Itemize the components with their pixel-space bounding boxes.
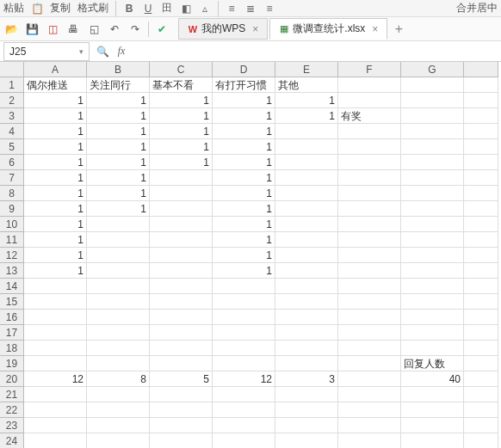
cell-A2[interactable]: 1 — [24, 93, 87, 108]
cell-D13[interactable]: 1 — [213, 263, 275, 279]
cell-partial-9[interactable] — [464, 201, 498, 217]
cell-F14[interactable] — [338, 279, 401, 294]
cell-A24[interactable] — [24, 433, 87, 448]
cell-F24[interactable] — [338, 433, 401, 448]
cell-F8[interactable] — [338, 186, 401, 201]
cell-A3[interactable]: 1 — [24, 108, 87, 124]
cell-E6[interactable] — [275, 155, 338, 170]
cell-B8[interactable]: 1 — [87, 186, 150, 201]
cell-F18[interactable] — [338, 341, 401, 356]
cell-F9[interactable] — [338, 201, 401, 217]
cell-D10[interactable]: 1 — [213, 217, 275, 232]
cell-B5[interactable]: 1 — [87, 139, 150, 155]
bold-icon[interactable]: B — [123, 3, 135, 15]
chevron-down-icon[interactable]: ▾ — [79, 47, 84, 56]
formula-input[interactable] — [131, 42, 501, 61]
col-header-F[interactable]: F — [338, 62, 401, 77]
close-icon[interactable]: × — [372, 23, 378, 35]
row-header-8[interactable]: 8 — [0, 186, 24, 201]
cell-partial-21[interactable] — [464, 387, 498, 402]
cell-G7[interactable] — [401, 170, 464, 186]
cell-B6[interactable]: 1 — [87, 155, 150, 170]
row-header-22[interactable]: 22 — [0, 402, 24, 418]
cell-G20[interactable]: 40 — [401, 371, 464, 387]
cell-partial-5[interactable] — [464, 139, 498, 155]
row-header-14[interactable]: 14 — [0, 279, 24, 294]
cells-area[interactable]: 偶尔推送关注同行基本不看有打开习惯其他1111111111有奖111111111… — [24, 77, 498, 448]
row-header-15[interactable]: 15 — [0, 294, 24, 310]
cell-partial-4[interactable] — [464, 124, 498, 139]
cell-E19[interactable] — [275, 356, 338, 371]
row-header-19[interactable]: 19 — [0, 356, 24, 371]
cell-E1[interactable]: 其他 — [275, 77, 338, 93]
save-icon[interactable]: 💾 — [24, 21, 40, 37]
cell-D17[interactable] — [213, 325, 275, 341]
cell-A12[interactable]: 1 — [24, 248, 87, 263]
row-header-3[interactable]: 3 — [0, 108, 24, 124]
row-header-16[interactable]: 16 — [0, 310, 24, 325]
cell-D7[interactable]: 1 — [213, 170, 275, 186]
cell-A21[interactable] — [24, 387, 87, 402]
merge-label[interactable]: 合并居中 — [456, 1, 498, 15]
cell-E2[interactable]: 1 — [275, 93, 338, 108]
align-right-icon[interactable]: ≡ — [263, 3, 275, 15]
cell-D23[interactable] — [213, 418, 275, 433]
check-icon[interactable]: ✔ — [154, 21, 170, 37]
cell-D3[interactable]: 1 — [213, 108, 275, 124]
cell-E14[interactable] — [275, 279, 338, 294]
cell-E9[interactable] — [275, 201, 338, 217]
cell-C16[interactable] — [150, 310, 213, 325]
cell-A18[interactable] — [24, 341, 87, 356]
cell-F5[interactable] — [338, 139, 401, 155]
cell-partial-1[interactable] — [464, 77, 498, 93]
name-box[interactable]: J25 ▾ — [3, 42, 90, 61]
cell-G3[interactable] — [401, 108, 464, 124]
row-header-2[interactable]: 2 — [0, 93, 24, 108]
cell-A8[interactable]: 1 — [24, 186, 87, 201]
cell-D16[interactable] — [213, 310, 275, 325]
cell-A15[interactable] — [24, 294, 87, 310]
cell-partial-23[interactable] — [464, 418, 498, 433]
cell-G18[interactable] — [401, 341, 464, 356]
cell-D6[interactable]: 1 — [213, 155, 275, 170]
col-header-B[interactable]: B — [87, 62, 150, 77]
undo-icon[interactable]: ↶ — [107, 21, 122, 37]
cell-G22[interactable] — [401, 402, 464, 418]
cell-E17[interactable] — [275, 325, 338, 341]
cell-F6[interactable] — [338, 155, 401, 170]
row-header-10[interactable]: 10 — [0, 217, 24, 232]
cell-G16[interactable] — [401, 310, 464, 325]
redo-icon[interactable]: ↷ — [127, 21, 143, 37]
cell-D21[interactable] — [213, 387, 275, 402]
cell-E7[interactable] — [275, 170, 338, 186]
cell-F7[interactable] — [338, 170, 401, 186]
cell-E13[interactable] — [275, 263, 338, 279]
cell-A14[interactable] — [24, 279, 87, 294]
cell-E3[interactable]: 1 — [275, 108, 338, 124]
cell-G11[interactable] — [401, 232, 464, 248]
color-icon[interactable]: ▵ — [199, 3, 211, 15]
cell-C11[interactable] — [150, 232, 213, 248]
underline-icon[interactable]: U — [142, 3, 154, 15]
align-left-icon[interactable]: ≡ — [226, 3, 238, 15]
cell-G15[interactable] — [401, 294, 464, 310]
cell-D24[interactable] — [213, 433, 275, 448]
cell-G6[interactable] — [401, 155, 464, 170]
cell-A10[interactable]: 1 — [24, 217, 87, 232]
cell-B16[interactable] — [87, 310, 150, 325]
cell-G14[interactable] — [401, 279, 464, 294]
cell-D18[interactable] — [213, 341, 275, 356]
cell-C3[interactable]: 1 — [150, 108, 213, 124]
cell-E15[interactable] — [275, 294, 338, 310]
cell-E16[interactable] — [275, 310, 338, 325]
cell-partial-3[interactable] — [464, 108, 498, 124]
cell-G8[interactable] — [401, 186, 464, 201]
cell-C5[interactable]: 1 — [150, 139, 213, 155]
row-header-11[interactable]: 11 — [0, 232, 24, 248]
cell-G13[interactable] — [401, 263, 464, 279]
cell-E11[interactable] — [275, 232, 338, 248]
cell-G10[interactable] — [401, 217, 464, 232]
cell-partial-13[interactable] — [464, 263, 498, 279]
row-header-9[interactable]: 9 — [0, 201, 24, 217]
cell-partial-14[interactable] — [464, 279, 498, 294]
